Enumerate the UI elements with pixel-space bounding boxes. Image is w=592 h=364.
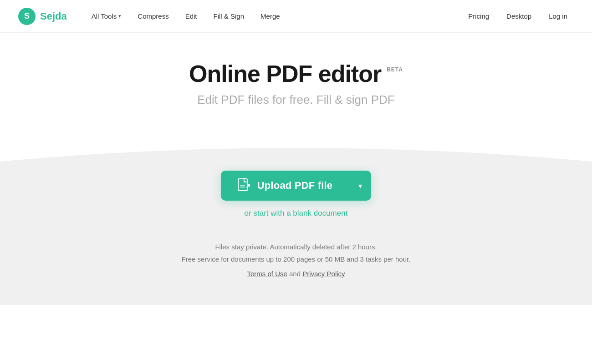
- privacy-policy-link[interactable]: Privacy Policy: [302, 270, 345, 278]
- nav-merge[interactable]: Merge: [254, 9, 286, 24]
- logo-icon: S: [18, 8, 36, 25]
- logo-text: Sejda: [40, 10, 67, 22]
- beta-badge: BETA: [387, 66, 403, 73]
- logo-link[interactable]: S Sejda: [18, 8, 67, 25]
- and-text: and: [289, 270, 302, 278]
- svg-rect-0: [238, 179, 247, 191]
- nav-all-tools[interactable]: All Tools ▾: [85, 9, 128, 24]
- upload-button-group: Upload PDF file ▾: [221, 171, 372, 201]
- chevron-down-icon: ▾: [118, 13, 121, 19]
- page-title: Online PDF editor: [189, 60, 381, 87]
- info-line-2: Free service for documents up to 200 pag…: [182, 253, 411, 265]
- header: S Sejda All Tools ▾ Compress Edit Fill &…: [0, 0, 592, 33]
- nav-compress[interactable]: Compress: [131, 9, 175, 24]
- main-content: Online PDF editor BETA Edit PDF files fo…: [0, 33, 592, 305]
- upload-button-label: Upload PDF file: [257, 180, 333, 192]
- start-blank-link[interactable]: or start with a blank document: [245, 209, 348, 218]
- upload-section: Upload PDF file ▾ or start with a blank …: [0, 134, 592, 305]
- nav-fill-sign[interactable]: Fill & Sign: [207, 9, 251, 24]
- upload-pdf-button[interactable]: Upload PDF file: [221, 171, 349, 201]
- info-section: Files stay private. Automatically delete…: [182, 241, 411, 278]
- nav-desktop[interactable]: Desktop: [500, 9, 538, 24]
- nav-login[interactable]: Log in: [542, 9, 574, 24]
- terms-of-use-link[interactable]: Terms of Use: [247, 270, 287, 278]
- info-line-1: Files stay private. Automatically delete…: [182, 241, 411, 253]
- nav-edit[interactable]: Edit: [179, 9, 204, 24]
- nav-pricing[interactable]: Pricing: [462, 9, 495, 24]
- pdf-file-icon: [237, 179, 251, 192]
- upload-content: Upload PDF file ▾ or start with a blank …: [0, 134, 592, 278]
- nav-right: Pricing Desktop Log in: [462, 9, 574, 24]
- upload-dropdown-button[interactable]: ▾: [349, 171, 371, 201]
- hero-title-area: Online PDF editor BETA Edit PDF files fo…: [189, 60, 403, 107]
- page-subtitle: Edit PDF files for free. Fill & sign PDF: [189, 93, 403, 107]
- info-links: Terms of Use and Privacy Policy: [182, 270, 411, 278]
- dropdown-arrow-icon: ▾: [358, 182, 362, 190]
- nav-left: All Tools ▾ Compress Edit Fill & Sign Me…: [85, 9, 462, 24]
